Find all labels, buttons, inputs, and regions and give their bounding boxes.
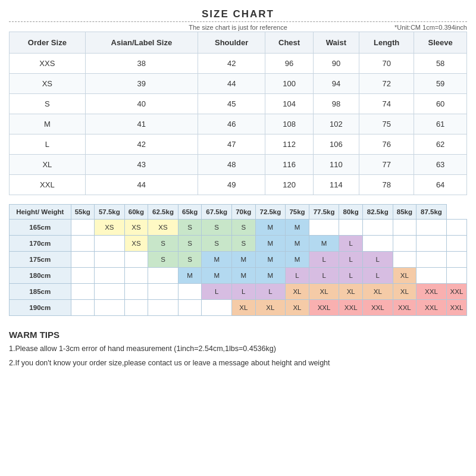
hw-height-cell: 165cm xyxy=(10,220,71,236)
hw-data-cell: L xyxy=(339,268,362,284)
hw-data-cell xyxy=(71,236,94,252)
hw-header-cell: 87.5kg xyxy=(416,205,447,220)
hw-data-cell xyxy=(446,236,466,252)
size-table-row: L42471121067662 xyxy=(10,134,467,155)
hw-table-header-row: Height/ Weight55kg57.5kg60kg62.5kg65kg67… xyxy=(10,205,467,220)
hw-height-cell: 185cm xyxy=(10,284,71,300)
hw-data-cell xyxy=(148,300,178,316)
size-table-cell: 42 xyxy=(85,134,198,155)
hw-data-cell xyxy=(94,300,124,316)
size-table-header-cell: Sleeve xyxy=(414,32,467,54)
hw-height-cell: 180cm xyxy=(10,268,71,284)
size-table-cell: 120 xyxy=(265,175,313,195)
hw-data-cell: L xyxy=(232,284,255,300)
size-table-cell: 112 xyxy=(265,134,313,155)
hw-table: Height/ Weight55kg57.5kg60kg62.5kg65kg67… xyxy=(9,204,467,316)
size-table-cell: 116 xyxy=(265,155,313,175)
hw-header-cell: 62.5kg xyxy=(148,205,178,220)
size-table-cell: 48 xyxy=(198,155,265,175)
hw-data-cell xyxy=(446,252,466,268)
hw-data-cell xyxy=(362,220,393,236)
warm-tip-item: 1.Please allow 1-3cm error of hand measu… xyxy=(9,343,467,355)
hw-data-cell xyxy=(71,268,94,284)
size-table-cell: 49 xyxy=(198,175,265,195)
hw-data-cell: S xyxy=(202,220,232,236)
hw-data-cell: XL xyxy=(255,300,286,316)
hw-data-cell xyxy=(416,268,447,284)
size-table-cell: 42 xyxy=(198,54,265,74)
hw-data-cell xyxy=(94,284,124,300)
hw-data-cell: M xyxy=(255,236,286,252)
hw-data-cell: L xyxy=(202,284,232,300)
hw-data-cell xyxy=(393,252,416,268)
hw-header-cell: 65kg xyxy=(178,205,201,220)
hw-data-cell xyxy=(71,300,94,316)
hw-header-cell: Height/ Weight xyxy=(10,205,71,220)
hw-data-cell: XS xyxy=(148,220,178,236)
hw-data-cell: XL xyxy=(393,284,416,300)
hw-data-cell: L xyxy=(362,252,393,268)
hw-data-cell: L xyxy=(286,268,309,284)
hw-data-cell xyxy=(124,252,148,268)
hw-data-cell: XL xyxy=(232,300,255,316)
hw-data-cell: XXL xyxy=(416,300,447,316)
hw-data-cell: XL xyxy=(309,284,339,300)
hw-height-cell: 170cm xyxy=(10,236,71,252)
hw-data-cell: L xyxy=(309,268,339,284)
size-table-cell: 114 xyxy=(313,175,359,195)
hw-data-cell: M xyxy=(202,252,232,268)
hw-data-cell: S xyxy=(148,252,178,268)
size-table-cell: XS xyxy=(10,74,86,94)
size-table-cell: 110 xyxy=(313,155,359,175)
hw-data-cell xyxy=(446,220,466,236)
size-table-cell: 74 xyxy=(359,94,414,114)
hw-data-cell: L xyxy=(339,236,362,252)
hw-data-cell xyxy=(393,236,416,252)
hw-data-cell: M xyxy=(255,220,286,236)
size-table-cell: 72 xyxy=(359,74,414,94)
size-table-cell: XXS xyxy=(10,54,86,74)
hw-data-cell xyxy=(94,252,124,268)
hw-data-cell: S xyxy=(232,220,255,236)
size-table-cell: 98 xyxy=(313,94,359,114)
size-table-cell: 104 xyxy=(265,94,313,114)
hw-data-cell: XL xyxy=(362,284,393,300)
size-table-cell: 78 xyxy=(359,175,414,195)
hw-data-cell: L xyxy=(255,284,286,300)
size-table-cell: 61 xyxy=(414,114,467,134)
hw-section: Height/ Weight55kg57.5kg60kg62.5kg65kg67… xyxy=(9,204,467,316)
hw-header-cell: 67.5kg xyxy=(202,205,232,220)
hw-data-cell xyxy=(178,300,201,316)
size-table-cell: M xyxy=(10,114,86,134)
size-table-cell: 90 xyxy=(313,54,359,74)
size-table-cell: L xyxy=(10,134,86,155)
size-table-cell: 41 xyxy=(85,114,198,134)
hw-data-cell xyxy=(94,236,124,252)
hw-header-cell: 75kg xyxy=(286,205,309,220)
hw-header-cell: 57.5kg xyxy=(94,205,124,220)
hw-data-cell xyxy=(362,236,393,252)
hw-data-cell xyxy=(148,284,178,300)
hw-data-cell xyxy=(71,284,94,300)
size-table-cell: 47 xyxy=(198,134,265,155)
hw-header-cell: 80kg xyxy=(339,205,362,220)
hw-data-cell: M xyxy=(178,268,201,284)
hw-height-cell: 175cm xyxy=(10,252,71,268)
warm-tips-section: WARM TIPS 1.Please allow 1-3cm error of … xyxy=(9,327,467,369)
hw-header-cell: 55kg xyxy=(71,205,94,220)
hw-table-row: 180cmMMMMLLLLXL xyxy=(10,268,467,284)
hw-data-cell: XXL xyxy=(362,300,393,316)
hw-data-cell xyxy=(309,220,339,236)
hw-data-cell: XXL xyxy=(393,300,416,316)
hw-header-cell: 77.5kg xyxy=(309,205,339,220)
size-table-row: XXL44491201147864 xyxy=(10,175,467,195)
hw-header-cell: 72.5kg xyxy=(255,205,286,220)
size-table-header-cell: Waist xyxy=(313,32,359,54)
hw-data-cell: L xyxy=(339,252,362,268)
hw-data-cell xyxy=(416,252,447,268)
hw-data-cell: XXL xyxy=(339,300,362,316)
hw-data-cell xyxy=(202,300,232,316)
hw-data-cell: XS xyxy=(124,236,148,252)
hw-data-cell: XXL xyxy=(416,284,447,300)
size-table-header-row: Order SizeAsian/Label SizeShoulderChestW… xyxy=(10,32,467,54)
